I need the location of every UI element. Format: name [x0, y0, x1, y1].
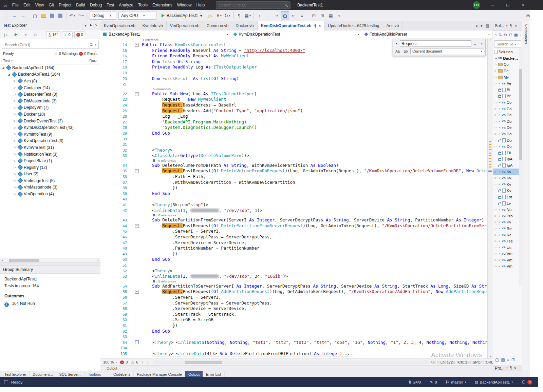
code-text[interactable]: Dim FdiskResult As List(Of String): [142, 76, 488, 82]
code-text[interactable]: End Sub: [142, 257, 488, 262]
expand-region-icon[interactable]: +: [135, 340, 139, 344]
code-text[interactable]: <ClassData(GetType(DeleteVolumeParm))>: [142, 153, 488, 159]
refresh-icon[interactable]: ↻: [504, 33, 507, 37]
notifications-tab[interactable]: Notifications: [522, 21, 530, 371]
code-line[interactable]: 62 End Sub: [100, 329, 488, 334]
categorized-icon[interactable]: ▦: [501, 357, 505, 362]
collapsed-icon[interactable]: ▷: [494, 227, 497, 230]
toggle-bookmark-icon[interactable]: ▦: [327, 11, 335, 20]
editor-errors[interactable]: 0: [120, 360, 128, 364]
solution-item[interactable]: ▷✓VBCo: [493, 99, 522, 106]
warnings-count[interactable]: 0 Warnings: [59, 52, 78, 56]
solution-item[interactable]: Fil: [493, 150, 522, 156]
collapsed-icon[interactable]: ▷: [494, 265, 497, 268]
menu-view[interactable]: View: [33, 0, 46, 10]
code-text[interactable]: <Theory>: [142, 268, 488, 274]
panel-splitter[interactable]: [0, 262, 100, 266]
pin-icon[interactable]: [314, 24, 317, 28]
solution-item[interactable]: ▷✓VBDo: [493, 131, 522, 137]
outline-margin[interactable]: [132, 125, 142, 131]
expanded-icon[interactable]: ◢: [494, 57, 497, 60]
tool-tab-codelens[interactable]: CodeLens: [110, 371, 134, 377]
solution-item[interactable]: ▷✓VBVm: [493, 257, 522, 263]
test-tree-item[interactable]: ▷VmMasternode (3): [0, 184, 100, 191]
code-line[interactable]: 25 Request.Headers.Add("Content-Type", "…: [100, 108, 488, 114]
tool-tab-toolbox[interactable]: Toolbox: [85, 371, 104, 377]
solution-item[interactable]: ▷✓VBAe: [493, 80, 522, 87]
code-text[interactable]: .ServerDecryptPass = ServerDecryptPass,: [142, 300, 488, 306]
solution-root[interactable]: Solution ...: [493, 49, 522, 55]
code-text[interactable]: .ServerI = ServerI,: [142, 229, 488, 234]
minimize-button[interactable]: ─: [485, 0, 500, 10]
git-sync-status[interactable]: ⇅ 24/0: [408, 380, 421, 385]
menu-git[interactable]: Git: [46, 0, 56, 10]
code-line[interactable]: 38 }): [100, 185, 488, 191]
code-text[interactable]: End Sub: [142, 131, 488, 136]
collapsed-icon[interactable]: ▷: [13, 146, 17, 149]
solution-search-box[interactable]: ▾: [494, 40, 521, 48]
code-line[interactable]: 105 <Theory> <InlineData(41)> Sub Delete…: [100, 351, 488, 357]
codelens[interactable]: | 0 references: [100, 159, 488, 163]
code-text[interactable]: Request = New MyWebClient: [142, 97, 488, 102]
outline-margin[interactable]: [132, 131, 142, 136]
codelens[interactable]: 0 references: [100, 87, 488, 91]
code-text[interactable]: <Theory>: [142, 148, 488, 153]
code-text[interactable]: .ServerDevice = ServerDevice,: [142, 240, 488, 246]
solution-item[interactable]: ▷✓VBPro: [493, 213, 522, 219]
outline-margin[interactable]: [132, 208, 142, 214]
line-numbers-icon[interactable]: ≡: [298, 11, 306, 20]
outline-margin[interactable]: [132, 257, 142, 262]
code-line[interactable]: 40: [100, 196, 488, 202]
outline-margin[interactable]: [132, 148, 142, 153]
code-line[interactable]: 59 .StartTrack = StartTrack,: [100, 312, 488, 317]
code-text[interactable]: [142, 136, 488, 142]
failed-tests-filter[interactable]: 0: [74, 31, 85, 38]
solution-item[interactable]: ▷My: [493, 74, 522, 80]
outline-margin[interactable]: [132, 108, 142, 114]
code-text[interactable]: Private ReadOnly Log As ITestOutputHelpe…: [142, 64, 488, 70]
tab-Common.vb[interactable]: Common.vb: [203, 21, 232, 31]
member-dropdown[interactable]: FdiskAndBlkidParser▾: [362, 31, 493, 38]
run-all-tests-icon[interactable]: ▷: [2, 30, 10, 39]
expanded-icon[interactable]: ◢: [7, 73, 11, 76]
collapsed-icon[interactable]: ▷: [494, 107, 497, 110]
collapsed-icon[interactable]: ▷: [494, 70, 497, 72]
output-window-strip[interactable]: Output: [100, 365, 505, 371]
navigate-forward-icon[interactable]: →: [19, 11, 27, 20]
code-line[interactable]: 64+ <Theory> <InlineData(Nothing, Nothin…: [100, 340, 488, 346]
collapse-region-icon[interactable]: −: [135, 290, 139, 294]
code-text[interactable]: <Theory(Skip:="stop")>: [142, 202, 488, 208]
code-text[interactable]: }): [142, 185, 488, 191]
chevron-down-icon[interactable]: ▾: [85, 23, 87, 28]
solution-item[interactable]: Lv: [493, 200, 522, 207]
test-explorer-header[interactable]: Test Explorer ▾ ×: [0, 21, 100, 30]
solution-item[interactable]: ▷✓VBTes: [493, 238, 522, 244]
tool-tab-sql-server-[interactable]: SQL Server...: [56, 371, 85, 377]
solution-platform-dropdown[interactable]: Any CPU▾: [118, 12, 156, 20]
code-text[interactable]: <InlineData(1, , "/dev/sdb", 34, "16Gib"…: [142, 274, 488, 279]
save-all-icon[interactable]: [56, 11, 64, 20]
test-tree-item[interactable]: ▷Docker (10): [0, 111, 100, 118]
code-line[interactable]: 32 <Theory>: [100, 148, 488, 153]
solution-item[interactable]: ▷✓VBKv: [493, 175, 522, 181]
outline-margin[interactable]: [132, 312, 142, 317]
solution-item[interactable]: ▷✓VBDb: [493, 118, 522, 125]
code-line[interactable]: 56 .ServerI = ServerI,: [100, 295, 488, 300]
outline-margin[interactable]: [132, 240, 142, 246]
codelens[interactable]: | 0 references: [100, 213, 488, 217]
solution-item[interactable]: Do: [493, 137, 522, 143]
test-tree-item[interactable]: ▷Aes (8): [0, 78, 100, 84]
code-line[interactable]: 104: [100, 345, 488, 351]
prev-change-icon[interactable]: ↑: [142, 360, 144, 364]
code-line[interactable]: 50 End Sub: [100, 257, 488, 262]
tool-tab-error-list[interactable]: Error List: [203, 371, 225, 377]
test-tree-hscrollbar[interactable]: ◂ ▷: [0, 258, 100, 262]
collapsed-icon[interactable]: ▷: [13, 106, 17, 109]
collapsed-icon[interactable]: ▷: [494, 177, 497, 179]
solution-item[interactable]: ▷Co: [493, 61, 522, 68]
close-icon[interactable]: ×: [514, 23, 517, 28]
match-word-toggle[interactable]: ab: [402, 48, 409, 54]
test-search-box[interactable]: ▾: [2, 41, 99, 49]
collapsed-icon[interactable]: ▷: [13, 79, 17, 82]
float-window-icon[interactable]: ▦: [486, 23, 489, 28]
